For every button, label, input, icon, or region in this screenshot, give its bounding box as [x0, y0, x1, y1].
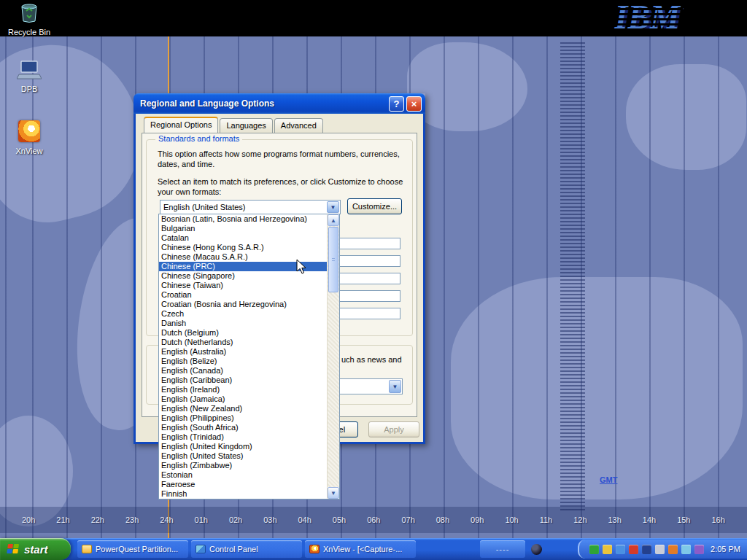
dropdown-scrollbar[interactable]: ▲ ▼ [327, 214, 339, 499]
recycle-bin-icon [19, 1, 39, 23]
hour-label: 20h [22, 516, 35, 524]
laptop-icon [17, 60, 42, 80]
language-list-item[interactable]: Bulgarian [159, 224, 327, 233]
system-tray: 2:05 PM [578, 540, 747, 559]
task-button-label: Control Panel [209, 545, 258, 553]
scrollbar-thumb[interactable] [328, 227, 338, 292]
volume-icon[interactable] [616, 545, 625, 554]
messenger-icon[interactable] [603, 545, 612, 554]
language-list-item[interactable]: English (Belize) [159, 357, 327, 366]
desktop-icon-recycle-bin[interactable]: Recycle Bin [6, 1, 53, 36]
hour-label: 24h [160, 516, 173, 524]
tray-icons [589, 545, 704, 554]
language-list-item[interactable]: English (South Africa) [159, 423, 327, 432]
language-list-item[interactable]: English (United Kingdom) [159, 442, 327, 451]
hour-label: 13h [608, 516, 622, 524]
desktop-icon-xnview[interactable]: XnView [6, 120, 53, 155]
hour-label: 23h [125, 516, 139, 524]
help-button[interactable]: ? [389, 96, 404, 112]
hour-label: 01h [195, 516, 208, 524]
language-list-item[interactable]: Bosnian (Latin, Bosnia and Herzegovina) [159, 214, 327, 224]
hatched-timezone-band [560, 42, 585, 510]
language-list-item[interactable]: English (Ireland) [159, 385, 327, 394]
language-list-item[interactable]: Dutch (Belgium) [159, 328, 327, 338]
ibm-logo: IBM [615, 0, 683, 35]
language-list-item[interactable]: Chinese (Taiwan) [159, 281, 327, 290]
hour-label: 11h [540, 516, 553, 524]
antivirus-icon[interactable] [629, 545, 638, 554]
hour-label: 10h [505, 516, 518, 524]
dialog-titlebar[interactable]: Regional and Language Options ? × [133, 93, 425, 114]
taskbar-toolbar-segment[interactable]: ---- [480, 540, 525, 558]
language-list-item[interactable]: Croatian [159, 290, 327, 300]
xnview-icon [18, 120, 40, 142]
language-list-item[interactable]: English (Zimbabwe) [159, 461, 327, 470]
language-list-item[interactable]: English (United States) [159, 451, 327, 461]
chevron-down-icon[interactable]: ▼ [327, 201, 339, 213]
taskbar-tasks: PowerQuest Partition... Control Panel Xn… [77, 540, 416, 558]
update-icon[interactable] [668, 545, 678, 554]
standards-description: This option affects how some programs fo… [158, 149, 409, 169]
taskbar-task-button[interactable]: Control Panel [191, 540, 302, 558]
hour-label: 03h [263, 516, 276, 524]
language-combobox[interactable]: English (United States) ▼ [160, 200, 341, 214]
taskbar-task-button[interactable]: XnView - [<Capture-... [305, 540, 416, 558]
task-button-label: PowerQuest Partition... [96, 545, 178, 553]
language-list-item[interactable]: Faeroese [159, 480, 327, 489]
hour-label: 08h [436, 516, 449, 524]
hour-label: 09h [471, 516, 484, 524]
gmt-label: GMT [600, 475, 617, 484]
desktop-icon-label: DPB [6, 85, 53, 93]
hour-label: 14h [643, 516, 656, 524]
language-list-item[interactable]: English (Trinidad) [159, 432, 327, 442]
desktop-icon-label: Recycle Bin [6, 28, 53, 36]
location-description-fragment: uch as news and [341, 354, 414, 365]
language-list-item[interactable]: Estonian [159, 470, 327, 480]
dialog-tab[interactable]: Regional Options [144, 117, 218, 133]
apply-button[interactable]: Apply [368, 421, 419, 438]
hour-label: 02h [229, 516, 242, 524]
scroll-down-button[interactable]: ▼ [328, 487, 339, 499]
language-list-item[interactable]: Chinese (Hong Kong S.A.R.) [159, 243, 327, 252]
language-list-item[interactable]: English (Jamaica) [159, 394, 327, 404]
language-list: Bosnian (Latin, Bosnia and Herzegovina)B… [159, 214, 327, 499]
taskbar-clock[interactable]: 2:05 PM [711, 545, 740, 553]
language-list-item[interactable]: Croatian (Bosnia and Herzegovina) [159, 300, 327, 309]
taskbar: start PowerQuest Partition... Control Pa… [0, 538, 747, 560]
dialog-tab[interactable]: Languages [220, 118, 272, 133]
close-button[interactable]: × [406, 96, 422, 112]
scroll-up-button[interactable]: ▲ [328, 214, 339, 226]
hour-label: 21h [56, 516, 69, 524]
dialog-tab[interactable]: Advanced [274, 118, 323, 133]
hour-label: 16h [711, 516, 724, 524]
dialog-tabs: Regional OptionsLanguagesAdvanced [144, 118, 423, 133]
language-list-item[interactable]: Finnish [159, 489, 327, 499]
desktop-icon-label: XnView [6, 147, 53, 155]
network-icon[interactable] [642, 545, 651, 554]
language-list-item[interactable]: Catalan [159, 233, 327, 243]
desktop: GMT 20h21h22h23h24h01h02h03h04h05h06h07h… [0, 0, 747, 560]
language-list-item[interactable]: Czech [159, 309, 327, 319]
customize-button[interactable]: Customize... [347, 198, 402, 214]
taskbar-task-button[interactable]: PowerQuest Partition... [77, 540, 188, 558]
language-list-item[interactable]: English (New Zealand) [159, 404, 327, 413]
display-settings-icon[interactable] [681, 545, 691, 554]
mouse-cursor [296, 259, 306, 275]
language-list-item[interactable]: English (Philippines) [159, 413, 327, 423]
start-button-label: start [24, 543, 48, 556]
language-list-item[interactable]: Dutch (Netherlands) [159, 338, 327, 347]
control-panel-icon [196, 545, 206, 553]
language-list-item[interactable]: Danish [159, 319, 327, 328]
language-list-item[interactable]: English (Canada) [159, 366, 327, 376]
language-bar-icon[interactable] [694, 545, 704, 554]
safely-remove-icon[interactable] [655, 545, 665, 554]
desktop-icon-dpb[interactable]: DPB [6, 60, 53, 93]
start-button[interactable]: start [0, 538, 71, 560]
vpn-status-icon[interactable] [589, 545, 599, 554]
scrollbar-track[interactable] [328, 226, 339, 487]
chevron-down-icon[interactable]: ▼ [389, 380, 401, 393]
taskbar-app-icon[interactable] [531, 544, 542, 555]
hour-label: 22h [91, 516, 104, 524]
language-list-item[interactable]: English (Australia) [159, 347, 327, 357]
language-list-item[interactable]: English (Caribbean) [159, 376, 327, 385]
